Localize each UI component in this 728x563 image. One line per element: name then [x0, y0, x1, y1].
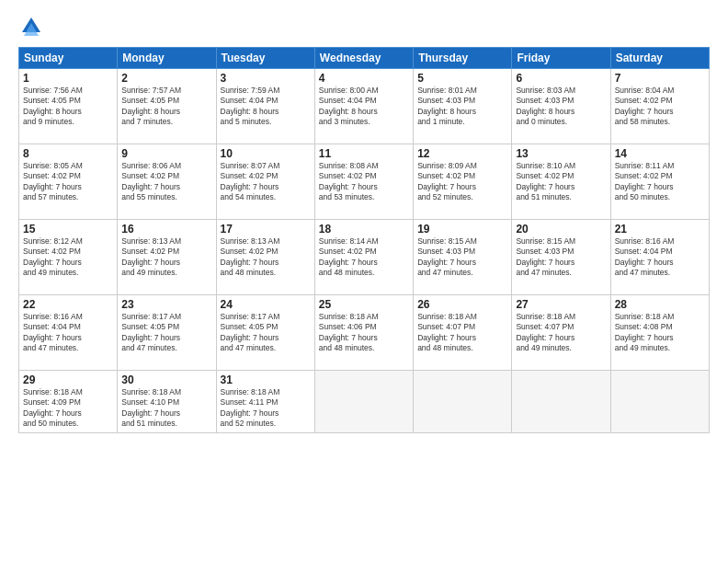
day-info: Sunrise: 8:18 AM Sunset: 4:09 PM Dayligh…: [23, 387, 113, 430]
weekday-header-saturday: Saturday: [610, 48, 709, 69]
day-number: 24: [221, 298, 311, 311]
calendar-cell: [512, 371, 610, 433]
day-number: 16: [121, 223, 211, 236]
calendar-cell: 11Sunrise: 8:08 AM Sunset: 4:02 PM Dayli…: [314, 144, 413, 220]
day-info: Sunrise: 8:16 AM Sunset: 4:04 PM Dayligh…: [615, 236, 705, 279]
calendar-cell: 15Sunrise: 8:12 AM Sunset: 4:02 PM Dayli…: [19, 220, 118, 295]
logo: [18, 14, 48, 40]
day-info: Sunrise: 8:11 AM Sunset: 4:02 PM Dayligh…: [615, 161, 705, 203]
day-number: 30: [121, 373, 211, 386]
calendar-cell: 3Sunrise: 7:59 AM Sunset: 4:04 PM Daylig…: [216, 69, 314, 144]
day-number: 20: [516, 223, 606, 236]
calendar-cell: 13Sunrise: 8:10 AM Sunset: 4:02 PM Dayli…: [512, 144, 610, 220]
header-row: SundayMondayTuesdayWednesdayThursdayFrid…: [19, 48, 710, 69]
day-number: 18: [319, 223, 409, 236]
day-info: Sunrise: 8:13 AM Sunset: 4:02 PM Dayligh…: [121, 236, 211, 279]
day-info: Sunrise: 8:06 AM Sunset: 4:02 PM Dayligh…: [121, 161, 211, 203]
calendar-cell: 2Sunrise: 7:57 AM Sunset: 4:05 PM Daylig…: [118, 69, 216, 144]
calendar-week-4: 22Sunrise: 8:16 AM Sunset: 4:04 PM Dayli…: [19, 295, 710, 371]
day-info: Sunrise: 8:18 AM Sunset: 4:06 PM Dayligh…: [319, 312, 409, 354]
day-number: 3: [221, 72, 311, 85]
day-info: Sunrise: 8:08 AM Sunset: 4:02 PM Dayligh…: [319, 161, 409, 203]
calendar-cell: 23Sunrise: 8:17 AM Sunset: 4:05 PM Dayli…: [118, 295, 216, 371]
day-number: 12: [417, 147, 507, 160]
calendar-cell: 12Sunrise: 8:09 AM Sunset: 4:02 PM Dayli…: [414, 144, 512, 220]
day-info: Sunrise: 8:07 AM Sunset: 4:02 PM Dayligh…: [221, 161, 311, 203]
day-number: 19: [417, 223, 507, 236]
calendar-cell: 21Sunrise: 8:16 AM Sunset: 4:04 PM Dayli…: [610, 220, 709, 295]
calendar-cell: [414, 371, 512, 433]
day-number: 25: [319, 298, 409, 311]
day-info: Sunrise: 8:01 AM Sunset: 4:03 PM Dayligh…: [417, 86, 507, 128]
calendar-cell: 19Sunrise: 8:15 AM Sunset: 4:03 PM Dayli…: [414, 220, 512, 295]
calendar-cell: 16Sunrise: 8:13 AM Sunset: 4:02 PM Dayli…: [118, 220, 216, 295]
day-info: Sunrise: 8:15 AM Sunset: 4:03 PM Dayligh…: [417, 236, 507, 279]
calendar-cell: 20Sunrise: 8:15 AM Sunset: 4:03 PM Dayli…: [512, 220, 610, 295]
day-number: 9: [121, 147, 211, 160]
calendar-cell: [314, 371, 413, 433]
day-info: Sunrise: 8:18 AM Sunset: 4:07 PM Dayligh…: [417, 312, 507, 354]
calendar-cell: 9Sunrise: 8:06 AM Sunset: 4:02 PM Daylig…: [118, 144, 216, 220]
day-number: 26: [417, 298, 507, 311]
calendar-cell: 18Sunrise: 8:14 AM Sunset: 4:02 PM Dayli…: [314, 220, 413, 295]
day-number: 8: [23, 147, 113, 160]
calendar-cell: 14Sunrise: 8:11 AM Sunset: 4:02 PM Dayli…: [610, 144, 709, 220]
day-number: 14: [615, 147, 705, 160]
day-info: Sunrise: 8:09 AM Sunset: 4:02 PM Dayligh…: [417, 161, 507, 203]
day-info: Sunrise: 8:18 AM Sunset: 4:10 PM Dayligh…: [121, 387, 211, 430]
calendar-cell: 29Sunrise: 8:18 AM Sunset: 4:09 PM Dayli…: [19, 371, 118, 433]
day-info: Sunrise: 8:18 AM Sunset: 4:07 PM Dayligh…: [516, 312, 606, 354]
day-info: Sunrise: 8:00 AM Sunset: 4:04 PM Dayligh…: [319, 86, 409, 128]
calendar-header: SundayMondayTuesdayWednesdayThursdayFrid…: [19, 48, 710, 69]
calendar-cell: 26Sunrise: 8:18 AM Sunset: 4:07 PM Dayli…: [414, 295, 512, 371]
day-number: 7: [615, 72, 705, 85]
calendar-cell: 6Sunrise: 8:03 AM Sunset: 4:03 PM Daylig…: [512, 69, 610, 144]
calendar-cell: 27Sunrise: 8:18 AM Sunset: 4:07 PM Dayli…: [512, 295, 610, 371]
weekday-header-monday: Monday: [118, 48, 216, 69]
day-info: Sunrise: 7:56 AM Sunset: 4:05 PM Dayligh…: [23, 86, 113, 128]
day-info: Sunrise: 8:18 AM Sunset: 4:11 PM Dayligh…: [221, 387, 311, 430]
calendar: SundayMondayTuesdayWednesdayThursdayFrid…: [18, 47, 710, 433]
calendar-cell: 7Sunrise: 8:04 AM Sunset: 4:02 PM Daylig…: [610, 69, 709, 144]
day-number: 11: [319, 147, 409, 160]
calendar-cell: 25Sunrise: 8:18 AM Sunset: 4:06 PM Dayli…: [314, 295, 413, 371]
day-info: Sunrise: 8:13 AM Sunset: 4:02 PM Dayligh…: [221, 236, 311, 279]
day-info: Sunrise: 8:12 AM Sunset: 4:02 PM Dayligh…: [23, 236, 113, 279]
day-info: Sunrise: 8:03 AM Sunset: 4:03 PM Dayligh…: [516, 86, 606, 128]
calendar-cell: 17Sunrise: 8:13 AM Sunset: 4:02 PM Dayli…: [216, 220, 314, 295]
day-number: 2: [121, 72, 211, 85]
day-number: 21: [615, 223, 705, 236]
calendar-cell: 28Sunrise: 8:18 AM Sunset: 4:08 PM Dayli…: [610, 295, 709, 371]
day-info: Sunrise: 7:57 AM Sunset: 4:05 PM Dayligh…: [121, 86, 211, 128]
day-number: 27: [516, 298, 606, 311]
day-number: 15: [23, 223, 113, 236]
weekday-header-thursday: Thursday: [414, 48, 512, 69]
day-info: Sunrise: 8:04 AM Sunset: 4:02 PM Dayligh…: [615, 86, 705, 128]
day-info: Sunrise: 8:18 AM Sunset: 4:08 PM Dayligh…: [615, 312, 705, 354]
logo-icon: [18, 14, 44, 40]
day-number: 4: [319, 72, 409, 85]
day-number: 10: [221, 147, 311, 160]
calendar-cell: 22Sunrise: 8:16 AM Sunset: 4:04 PM Dayli…: [19, 295, 118, 371]
calendar-week-5: 29Sunrise: 8:18 AM Sunset: 4:09 PM Dayli…: [19, 371, 710, 433]
weekday-header-tuesday: Tuesday: [216, 48, 314, 69]
day-info: Sunrise: 8:14 AM Sunset: 4:02 PM Dayligh…: [319, 236, 409, 279]
day-number: 22: [23, 298, 113, 311]
calendar-week-3: 15Sunrise: 8:12 AM Sunset: 4:02 PM Dayli…: [19, 220, 710, 295]
day-info: Sunrise: 7:59 AM Sunset: 4:04 PM Dayligh…: [221, 86, 311, 128]
calendar-cell: 1Sunrise: 7:56 AM Sunset: 4:05 PM Daylig…: [19, 69, 118, 144]
day-number: 29: [23, 373, 113, 386]
calendar-cell: 5Sunrise: 8:01 AM Sunset: 4:03 PM Daylig…: [414, 69, 512, 144]
day-number: 1: [23, 72, 113, 85]
day-info: Sunrise: 8:16 AM Sunset: 4:04 PM Dayligh…: [23, 312, 113, 354]
calendar-week-1: 1Sunrise: 7:56 AM Sunset: 4:05 PM Daylig…: [19, 69, 710, 144]
day-info: Sunrise: 8:17 AM Sunset: 4:05 PM Dayligh…: [221, 312, 311, 354]
day-number: 5: [417, 72, 507, 85]
page: SundayMondayTuesdayWednesdayThursdayFrid…: [0, 0, 728, 563]
calendar-body: 1Sunrise: 7:56 AM Sunset: 4:05 PM Daylig…: [19, 69, 710, 433]
weekday-header-friday: Friday: [512, 48, 610, 69]
calendar-week-2: 8Sunrise: 8:05 AM Sunset: 4:02 PM Daylig…: [19, 144, 710, 220]
calendar-cell: [610, 371, 709, 433]
weekday-header-wednesday: Wednesday: [314, 48, 413, 69]
day-info: Sunrise: 8:05 AM Sunset: 4:02 PM Dayligh…: [23, 161, 113, 203]
